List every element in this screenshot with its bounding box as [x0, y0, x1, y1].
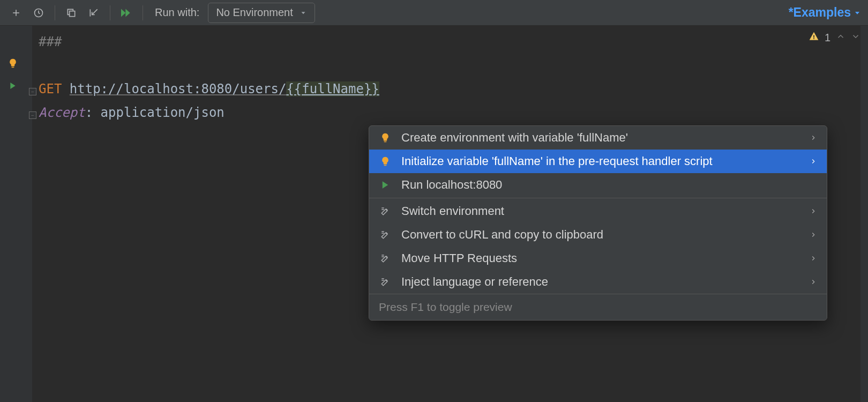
header-value: : application/json	[85, 105, 225, 120]
template-variable: {{fullName}}	[286, 81, 379, 96]
edit-icon	[379, 254, 392, 263]
chevron-right-icon	[810, 204, 817, 218]
svg-rect-10	[813, 35, 814, 38]
code-content: ### GET http://localhost:8080/users/{{fu…	[39, 30, 379, 124]
intention-label: Move HTTP Requests	[401, 251, 800, 265]
add-button[interactable]	[6, 3, 26, 23]
intention-label: Initialize variable 'fullName' in the pr…	[401, 154, 800, 168]
request-separator: ###	[39, 34, 62, 49]
edit-icon	[379, 277, 392, 287]
svg-rect-8	[12, 67, 14, 68]
intention-initialize-variable[interactable]: Initialize variable 'fullName' in the pr…	[369, 150, 827, 173]
run-with-label: Run with:	[155, 6, 199, 19]
intention-label: Create environment with variable 'fullNa…	[401, 131, 800, 145]
intention-bulb-icon[interactable]	[2, 58, 24, 69]
request-url: http://localhost:8080/users/	[70, 81, 287, 96]
inspections-widget[interactable]: 1	[809, 31, 860, 44]
edit-icon	[379, 206, 392, 216]
toolbar-separator	[143, 5, 143, 20]
chevron-right-icon	[810, 131, 817, 145]
toolbar: Run with: No Environment *Examples	[0, 0, 868, 26]
environment-selected: No Environment	[216, 6, 293, 19]
intention-label: Run localhost:8080	[401, 178, 817, 192]
http-method: GET	[39, 81, 62, 96]
copy-button[interactable]	[62, 3, 81, 23]
import-button[interactable]	[84, 3, 103, 23]
history-button[interactable]	[29, 3, 48, 23]
play-icon	[379, 180, 392, 190]
intention-label: Switch environment	[401, 204, 800, 218]
error-stripe	[860, 26, 868, 402]
chevron-right-icon	[810, 154, 817, 168]
fold-marker[interactable]: −	[29, 111, 36, 119]
svg-rect-3	[70, 11, 75, 16]
chevron-right-icon	[810, 275, 817, 289]
chevron-right-icon	[810, 251, 817, 265]
chevron-down-icon	[300, 9, 307, 17]
svg-marker-7	[855, 12, 859, 14]
edit-icon	[379, 230, 392, 240]
warning-icon	[809, 31, 819, 44]
intention-label: Inject language or reference	[401, 275, 800, 289]
intention-switch-environment[interactable]: Switch environment	[369, 199, 827, 223]
intention-run-request[interactable]: Run localhost:8080	[369, 173, 827, 197]
bulb-icon	[379, 132, 392, 143]
examples-link[interactable]: *Examples	[789, 5, 862, 20]
svg-marker-14	[383, 181, 388, 189]
popup-footer-hint: Press F1 to toggle preview	[369, 294, 827, 320]
svg-rect-12	[384, 142, 387, 143]
warning-count: 1	[825, 32, 830, 44]
environment-dropdown[interactable]: No Environment	[208, 3, 315, 23]
intention-popup: Create environment with variable 'fullNa…	[369, 125, 827, 321]
fold-marker[interactable]: −	[29, 88, 36, 95]
svg-rect-11	[813, 38, 814, 39]
svg-marker-9	[10, 83, 15, 89]
popup-divider	[369, 198, 827, 198]
intention-label: Convert to cURL and copy to clipboard	[401, 228, 800, 242]
svg-marker-5	[125, 9, 130, 17]
chevron-down-icon	[853, 9, 862, 17]
examples-label: *Examples	[789, 5, 851, 20]
intention-create-environment[interactable]: Create environment with variable 'fullNa…	[369, 126, 827, 150]
prev-highlight-button[interactable]	[836, 32, 845, 44]
bulb-icon	[379, 156, 392, 167]
toolbar-separator	[110, 5, 110, 20]
intention-inject-language[interactable]: Inject language or reference	[369, 270, 827, 294]
next-highlight-button[interactable]	[851, 32, 860, 44]
intention-convert-curl[interactable]: Convert to cURL and copy to clipboard	[369, 223, 827, 247]
chevron-right-icon	[810, 228, 817, 242]
header-name: Accept	[39, 105, 85, 120]
svg-rect-13	[384, 165, 387, 166]
run-gutter-icon[interactable]	[2, 81, 24, 90]
toolbar-separator	[55, 5, 55, 20]
editor[interactable]: − − ### GET http://localhost:8080/users/…	[0, 26, 868, 402]
intention-move-requests[interactable]: Move HTTP Requests	[369, 247, 827, 270]
run-all-button[interactable]	[117, 3, 136, 23]
svg-marker-4	[121, 9, 125, 17]
svg-marker-6	[301, 12, 305, 14]
